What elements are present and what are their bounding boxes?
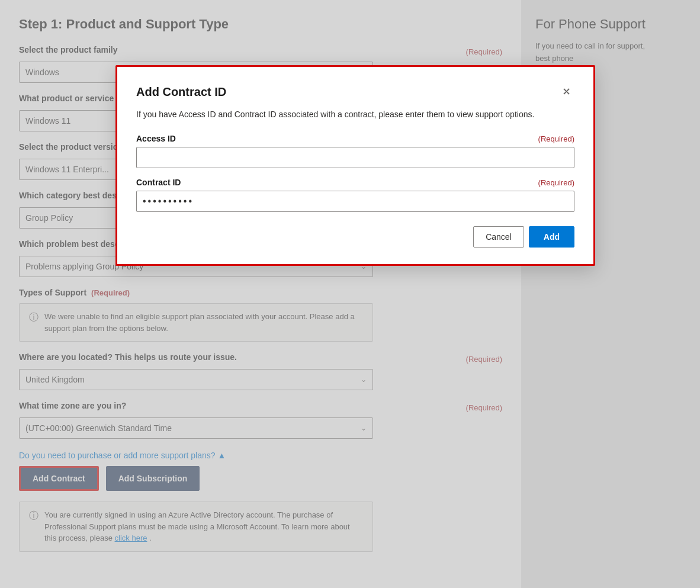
access-id-label-row: Access ID (Required) [136,134,574,143]
modal-actions: Cancel Add [136,226,574,248]
modal-close-button[interactable]: ✕ [558,83,574,100]
access-id-required: (Required) [538,134,574,143]
modal-title: Add Contract ID [136,85,226,99]
contract-id-label: Contract ID [136,178,181,187]
modal-header: Add Contract ID ✕ [136,83,574,100]
add-contract-id-modal: Add Contract ID ✕ If you have Access ID … [115,65,595,266]
contract-id-label-row: Contract ID (Required) [136,178,574,187]
add-button[interactable]: Add [529,226,574,248]
contract-id-input[interactable] [136,191,574,212]
access-id-input[interactable] [136,147,574,168]
cancel-button[interactable]: Cancel [473,226,524,248]
contract-id-required: (Required) [538,178,574,187]
close-icon: ✕ [562,85,571,98]
access-id-label: Access ID [136,134,176,143]
modal-description: If you have Access ID and Contract ID as… [136,108,574,121]
